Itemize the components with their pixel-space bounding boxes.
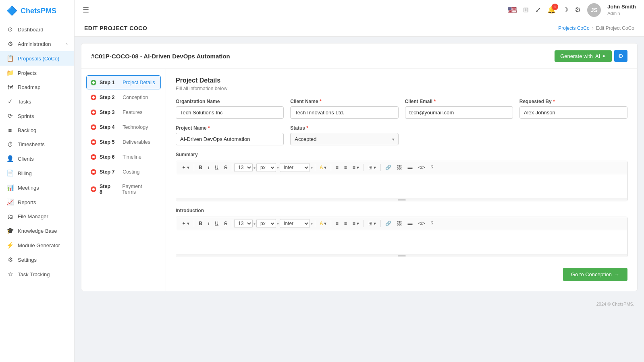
toolbar-font-unit-select[interactable]: pxem [256,163,276,172]
sidebar-item-proposals[interactable]: 📋 Proposals (CoCo) [0,51,74,66]
toolbar2-align-btn[interactable]: ≡ ▾ [350,219,361,228]
sidebar-item-dashboard[interactable]: ⊙ Dashboard [0,22,74,37]
toolbar-ol-btn[interactable]: ≡ [342,163,349,172]
step-1-item[interactable]: Step 1 Project Details [86,75,161,89]
sidebar-item-projects[interactable]: 📁 Projects [0,66,74,80]
notification-button[interactable]: 🔔 1 [547,6,556,14]
toolbar-font-size-select[interactable]: 13141618 [234,163,253,172]
toolbar2-sep-4 [331,220,331,227]
sidebar-item-file-manager[interactable]: 🗂 File Manager [0,209,74,223]
summary-editor-body[interactable] [176,174,627,199]
sidebar-item-administration[interactable]: ⚙ Administration › [0,37,74,51]
billing-icon: 📄 [6,170,14,177]
next-button-label: Go to Conception [571,271,612,277]
clients-icon: 👤 [6,155,14,162]
sidebar-item-module-generator[interactable]: ⚡ Module Generator [0,238,74,252]
toolbar2-font-family-select[interactable]: InterArialGeorgia [280,219,310,228]
project-card-header: #C01P-COCO-08 - AI-Driven DevOps Automat… [81,43,637,69]
step-3-item[interactable]: Step 3 Features [86,105,161,119]
toolbar-image-btn[interactable]: 🖼 [395,163,404,172]
toolbar-underline-btn[interactable]: U [212,163,221,172]
expand-icon[interactable]: ⤢ [535,6,541,14]
toolbar2-table-btn[interactable]: ⊞ ▾ [366,219,378,228]
avatar[interactable]: JS [587,3,601,17]
toolbar-code-btn[interactable]: </> [415,163,427,172]
toolbar-magic-btn[interactable]: ✦ ▾ [179,163,192,172]
project-name-input[interactable] [176,133,284,145]
sidebar-item-reports[interactable]: 📈 Reports [0,195,74,209]
sidebar-item-billing[interactable]: 📄 Billing [0,166,74,180]
generate-ai-button[interactable]: Generate with AI ✦ [555,50,612,62]
card-body: Step 1 Project Details Step 2 Conception… [81,69,637,291]
toolbar-table-btn[interactable]: ⊞ ▾ [366,163,378,172]
sidebar-item-sprints[interactable]: ⟳ Sprints [0,109,74,123]
sidebar-item-timesheets[interactable]: ⏱ Timesheets [0,137,74,151]
breadcrumb-home[interactable]: Projects CoCo [558,25,589,31]
toolbar-strikethrough-btn[interactable]: S [222,163,230,172]
sidebar-item-label: Proposals (CoCo) [18,56,59,62]
grid-icon[interactable]: ⊞ [523,6,529,14]
hamburger-button[interactable]: ☰ [83,6,89,14]
step-5-item[interactable]: Step 5 Deliverables [86,135,161,149]
settings-gear-button[interactable]: ⚙ [614,50,627,62]
summary-editor-resize[interactable] [176,199,627,201]
toolbar-help-btn[interactable]: ? [428,163,436,172]
flag-icon[interactable]: 🇺🇸 [508,6,517,14]
sidebar-item-settings[interactable]: ⚙ Settings [0,252,74,267]
sidebar-item-label: Knowledge Base [18,228,57,234]
toolbar2-color-btn[interactable]: A ▾ [317,219,329,228]
toolbar-video-btn[interactable]: ▬ [405,163,415,172]
introduction-editor-resize[interactable] [176,254,627,257]
sidebar-item-clients[interactable]: 👤 Clients [0,151,74,166]
introduction-editor-body[interactable] [176,230,627,254]
sidebar-item-roadmap[interactable]: 🗺 Roadmap [0,80,74,94]
toolbar-align-btn[interactable]: ≡ ▾ [350,163,361,172]
toolbar2-image-btn[interactable]: 🖼 [395,219,404,228]
toolbar-color-btn[interactable]: A ▾ [317,163,329,172]
sidebar-item-meetings[interactable]: 📊 Meetings [0,180,74,195]
toolbar-font-family-select[interactable]: InterArialGeorgia [280,163,310,172]
toolbar2-video-btn[interactable]: ▬ [405,219,415,228]
toolbar-italic-btn[interactable]: I [206,163,212,172]
toolbar-ul-btn[interactable]: ≡ [333,163,341,172]
gear-button[interactable]: ⚙ [575,6,581,14]
toolbar2-magic-btn[interactable]: ✦ ▾ [179,219,192,228]
reports-icon: 📈 [6,199,14,206]
sidebar-item-backlog[interactable]: ≡ Backlog [0,123,74,137]
form-section-sub: Fill all information below [176,86,627,91]
step-8-item[interactable]: Step 8 Payment Terms [86,180,161,199]
toolbar2-ul-btn[interactable]: ≡ [333,219,341,228]
toolbar2-link-btn[interactable]: 🔗 [383,219,394,228]
theme-toggle-button[interactable]: ☽ [562,6,568,14]
step-7-item[interactable]: Step 7 Costing [86,165,161,179]
sidebar-item-label: Clients [18,156,34,162]
content-area: EDIT PROJECT COCO Projects CoCo › Edit P… [75,20,644,362]
toolbar2-strikethrough-btn[interactable]: S [222,219,230,228]
toolbar2-font-size-select[interactable]: 131416 [234,219,253,228]
toolbar2-ol-btn[interactable]: ≡ [342,219,349,228]
sidebar-item-task-tracking[interactable]: ☆ Task Tracking [0,267,74,281]
step-6-item[interactable]: Step 6 Timeline [86,150,161,164]
toolbar2-help-btn[interactable]: ? [428,219,436,228]
backlog-icon: ≡ [6,127,14,134]
toolbar2-italic-btn[interactable]: I [206,219,212,228]
sidebar-item-knowledge-base[interactable]: 🎓 Knowledge Base [0,223,74,238]
status-select[interactable]: Accepted Pending Rejected In Progress [290,133,398,145]
logo-text: ChetsPMS [21,7,56,15]
step-4-item[interactable]: Step 4 Technology [86,120,161,134]
toolbar-link-btn[interactable]: 🔗 [383,163,394,172]
user-name: John Smith [607,4,636,10]
step-2-item[interactable]: Step 2 Conception [86,90,161,104]
toolbar2-bold-btn[interactable]: B [196,219,205,228]
toolbar-bold-btn[interactable]: B [196,163,205,172]
org-name-input[interactable] [176,106,284,119]
sidebar-item-tasks[interactable]: ✓ Tasks [0,94,74,109]
requested-by-input[interactable] [519,106,627,119]
next-button[interactable]: Go to Conception → [563,268,627,281]
client-name-input[interactable] [290,106,398,119]
toolbar2-font-unit-select[interactable]: pxem [256,219,276,228]
toolbar2-underline-btn[interactable]: U [212,219,221,228]
toolbar2-code-btn[interactable]: </> [415,219,427,228]
client-email-input[interactable] [405,106,513,119]
sprints-icon: ⟳ [6,112,14,120]
